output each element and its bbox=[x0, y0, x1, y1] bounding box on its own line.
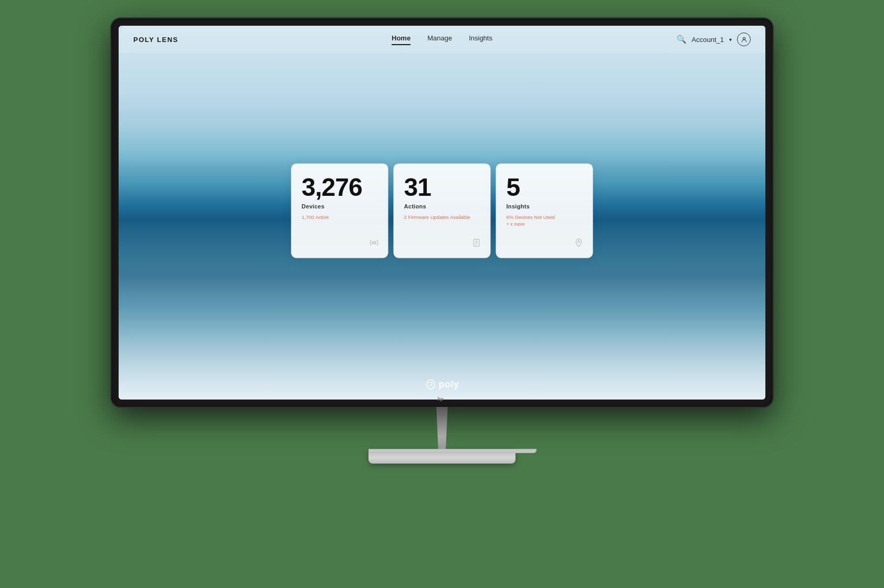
nav-links: Home Manage Insights bbox=[392, 34, 492, 45]
nav-manage[interactable]: Manage bbox=[427, 34, 452, 45]
actions-icon bbox=[472, 238, 481, 249]
poly-logo: poly bbox=[425, 379, 459, 390]
svg-point-1 bbox=[373, 242, 375, 244]
hp-logo: hp bbox=[437, 395, 447, 404]
insights-icon bbox=[574, 238, 584, 249]
navbar: POLY LENS Home Manage Insights 🔍 Account… bbox=[119, 26, 765, 53]
chevron-down-icon[interactable]: ▾ bbox=[729, 37, 732, 43]
actions-label: Actions bbox=[404, 203, 480, 209]
poly-logo-text: poly bbox=[438, 379, 459, 390]
insights-sublabel-extra: + x more bbox=[507, 222, 583, 227]
devices-icon bbox=[370, 238, 379, 249]
monitor-wrapper: POLY LENS Home Manage Insights 🔍 Account… bbox=[101, 18, 783, 570]
cards-container: 3,276 Devices 1,700 Active 31 Actions bbox=[291, 163, 593, 258]
account-name[interactable]: Account_1 bbox=[692, 36, 724, 44]
actions-sublabel: 2 Firmware Updates Available bbox=[404, 214, 480, 220]
devices-number: 3,276 bbox=[302, 175, 378, 200]
user-avatar-icon[interactable] bbox=[737, 33, 751, 46]
devices-label: Devices bbox=[302, 203, 378, 209]
monitor-neck bbox=[433, 407, 451, 449]
devices-card[interactable]: 3,276 Devices 1,700 Active bbox=[291, 163, 388, 258]
app-brand: POLY LENS bbox=[133, 36, 178, 44]
nav-insights[interactable]: Insights bbox=[469, 34, 492, 45]
nav-home[interactable]: Home bbox=[392, 34, 411, 45]
search-icon[interactable]: 🔍 bbox=[677, 35, 687, 44]
insights-card[interactable]: 5 Insights 6% Devices Not Used + x more bbox=[496, 163, 593, 258]
monitor-screen: POLY LENS Home Manage Insights 🔍 Account… bbox=[119, 26, 765, 400]
monitor-outer: POLY LENS Home Manage Insights 🔍 Account… bbox=[111, 18, 773, 407]
insights-sublabel: 6% Devices Not Used bbox=[507, 214, 583, 220]
devices-sublabel: 1,700 Active bbox=[302, 214, 378, 220]
monitor-base-foot bbox=[369, 449, 536, 453]
nav-right: 🔍 Account_1 ▾ bbox=[677, 33, 751, 46]
actions-number: 31 bbox=[404, 175, 480, 200]
svg-point-0 bbox=[743, 37, 745, 39]
insights-number: 5 bbox=[507, 175, 583, 200]
actions-card[interactable]: 31 Actions 2 Firmware Updates Available bbox=[394, 163, 491, 258]
insights-label: Insights bbox=[507, 203, 583, 209]
monitor-base bbox=[369, 449, 515, 464]
svg-text:hp: hp bbox=[437, 396, 444, 402]
svg-point-6 bbox=[578, 240, 580, 243]
